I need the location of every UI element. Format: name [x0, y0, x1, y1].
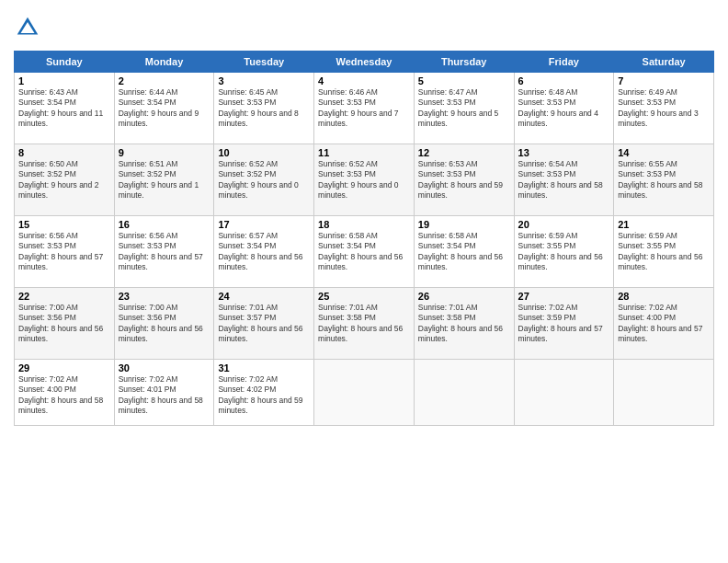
day-info: Sunrise: 6:59 AMSunset: 3:55 PMDaylight:…: [518, 231, 610, 273]
day-number: 1: [18, 75, 110, 86]
day-cell: 12 Sunrise: 6:53 AMSunset: 3:53 PMDaylig…: [414, 144, 514, 216]
day-cell: 31 Sunrise: 7:02 AMSunset: 4:02 PMDaylig…: [214, 360, 314, 426]
day-number: 24: [218, 291, 310, 302]
day-cell: 30 Sunrise: 7:02 AMSunset: 4:01 PMDaylig…: [114, 360, 214, 426]
col-header-monday: Monday: [114, 52, 214, 73]
day-info: Sunrise: 6:49 AMSunset: 3:53 PMDaylight:…: [618, 87, 710, 130]
day-info: Sunrise: 6:58 AMSunset: 3:54 PMDaylight:…: [318, 231, 410, 273]
day-cell: 24 Sunrise: 7:01 AMSunset: 3:57 PMDaylig…: [214, 288, 314, 360]
day-info: Sunrise: 7:00 AMSunset: 3:56 PMDaylight:…: [18, 303, 110, 345]
day-cell: 27 Sunrise: 7:02 AMSunset: 3:59 PMDaylig…: [514, 288, 614, 360]
day-number: 8: [18, 147, 110, 158]
day-number: 7: [618, 75, 710, 86]
calendar-header-row: SundayMondayTuesdayWednesdayThursdayFrid…: [15, 52, 714, 73]
day-info: Sunrise: 7:02 AMSunset: 4:02 PMDaylight:…: [218, 374, 310, 417]
day-number: 15: [18, 219, 110, 230]
day-info: Sunrise: 6:44 AMSunset: 3:54 PMDaylight:…: [119, 87, 210, 130]
day-info: Sunrise: 6:46 AMSunset: 3:53 PMDaylight:…: [318, 87, 410, 130]
day-number: 21: [618, 219, 710, 230]
day-info: Sunrise: 6:58 AMSunset: 3:54 PMDaylight:…: [418, 231, 510, 273]
day-number: 20: [518, 219, 610, 230]
day-info: Sunrise: 7:02 AMSunset: 4:00 PMDaylight:…: [18, 374, 110, 417]
col-header-tuesday: Tuesday: [214, 52, 314, 73]
day-number: 11: [318, 147, 410, 158]
calendar-table: SundayMondayTuesdayWednesdayThursdayFrid…: [14, 51, 714, 426]
day-cell: 20 Sunrise: 6:59 AMSunset: 3:55 PMDaylig…: [514, 216, 614, 288]
day-cell: 14 Sunrise: 6:55 AMSunset: 3:53 PMDaylig…: [614, 144, 714, 216]
day-number: 19: [418, 219, 510, 230]
day-cell: 17 Sunrise: 6:57 AMSunset: 3:54 PMDaylig…: [214, 216, 314, 288]
day-info: Sunrise: 7:00 AMSunset: 3:56 PMDaylight:…: [119, 303, 210, 345]
day-number: 28: [618, 291, 710, 302]
day-number: 13: [518, 147, 610, 158]
day-info: Sunrise: 6:59 AMSunset: 3:55 PMDaylight:…: [618, 231, 710, 273]
day-number: 23: [119, 291, 210, 302]
page: SundayMondayTuesdayWednesdayThursdayFrid…: [0, 0, 728, 563]
header: [14, 14, 714, 41]
week-row-3: 15 Sunrise: 6:56 AMSunset: 3:53 PMDaylig…: [15, 216, 714, 288]
logo: [14, 14, 46, 41]
day-cell: 10 Sunrise: 6:52 AMSunset: 3:52 PMDaylig…: [214, 144, 314, 216]
day-info: Sunrise: 6:54 AMSunset: 3:53 PMDaylight:…: [518, 159, 610, 201]
day-info: Sunrise: 6:55 AMSunset: 3:53 PMDaylight:…: [618, 159, 710, 201]
day-cell: 18 Sunrise: 6:58 AMSunset: 3:54 PMDaylig…: [314, 216, 415, 288]
day-cell: 16 Sunrise: 6:56 AMSunset: 3:53 PMDaylig…: [114, 216, 214, 288]
day-cell: 2 Sunrise: 6:44 AMSunset: 3:54 PMDayligh…: [114, 73, 214, 144]
week-row-5: 29 Sunrise: 7:02 AMSunset: 4:00 PMDaylig…: [15, 360, 714, 426]
day-info: Sunrise: 6:43 AMSunset: 3:54 PMDaylight:…: [18, 87, 110, 130]
day-cell: 26 Sunrise: 7:01 AMSunset: 3:58 PMDaylig…: [414, 288, 514, 360]
day-info: Sunrise: 6:57 AMSunset: 3:54 PMDaylight:…: [218, 231, 310, 273]
day-cell: 19 Sunrise: 6:58 AMSunset: 3:54 PMDaylig…: [414, 216, 514, 288]
day-number: 18: [318, 219, 410, 230]
day-info: Sunrise: 6:56 AMSunset: 3:53 PMDaylight:…: [18, 231, 110, 273]
day-number: 10: [218, 147, 310, 158]
day-number: 12: [418, 147, 510, 158]
day-cell: 29 Sunrise: 7:02 AMSunset: 4:00 PMDaylig…: [15, 360, 115, 426]
day-number: 31: [218, 362, 310, 373]
day-number: 17: [218, 219, 310, 230]
day-info: Sunrise: 7:01 AMSunset: 3:58 PMDaylight:…: [318, 303, 410, 345]
logo-icon: [14, 14, 41, 41]
day-cell: 6 Sunrise: 6:48 AMSunset: 3:53 PMDayligh…: [514, 73, 614, 144]
day-info: Sunrise: 7:01 AMSunset: 3:57 PMDaylight:…: [218, 303, 310, 345]
day-cell: 11 Sunrise: 6:52 AMSunset: 3:53 PMDaylig…: [314, 144, 415, 216]
day-number: 25: [318, 291, 410, 302]
day-number: 2: [119, 75, 210, 86]
day-info: Sunrise: 6:48 AMSunset: 3:53 PMDaylight:…: [518, 87, 610, 130]
day-info: Sunrise: 6:47 AMSunset: 3:53 PMDaylight:…: [418, 87, 510, 130]
day-number: 26: [418, 291, 510, 302]
day-cell: [314, 360, 415, 426]
day-cell: 25 Sunrise: 7:01 AMSunset: 3:58 PMDaylig…: [314, 288, 415, 360]
day-number: 6: [518, 75, 610, 86]
day-number: 9: [119, 147, 210, 158]
col-header-saturday: Saturday: [614, 52, 714, 73]
day-info: Sunrise: 7:02 AMSunset: 3:59 PMDaylight:…: [518, 303, 610, 345]
week-row-1: 1 Sunrise: 6:43 AMSunset: 3:54 PMDayligh…: [15, 73, 714, 144]
col-header-wednesday: Wednesday: [314, 52, 415, 73]
day-cell: 15 Sunrise: 6:56 AMSunset: 3:53 PMDaylig…: [15, 216, 115, 288]
day-info: Sunrise: 6:52 AMSunset: 3:53 PMDaylight:…: [318, 159, 410, 201]
day-cell: 4 Sunrise: 6:46 AMSunset: 3:53 PMDayligh…: [314, 73, 415, 144]
col-header-thursday: Thursday: [414, 52, 514, 73]
day-cell: 1 Sunrise: 6:43 AMSunset: 3:54 PMDayligh…: [15, 73, 115, 144]
day-number: 5: [418, 75, 510, 86]
day-info: Sunrise: 6:56 AMSunset: 3:53 PMDaylight:…: [119, 231, 210, 273]
day-cell: [614, 360, 714, 426]
day-number: 3: [218, 75, 310, 86]
day-number: 29: [18, 362, 110, 373]
day-info: Sunrise: 7:02 AMSunset: 4:01 PMDaylight:…: [119, 374, 210, 417]
day-info: Sunrise: 6:45 AMSunset: 3:53 PMDaylight:…: [218, 87, 310, 130]
day-cell: 23 Sunrise: 7:00 AMSunset: 3:56 PMDaylig…: [114, 288, 214, 360]
day-cell: 8 Sunrise: 6:50 AMSunset: 3:52 PMDayligh…: [15, 144, 115, 216]
day-number: 14: [618, 147, 710, 158]
col-header-sunday: Sunday: [15, 52, 115, 73]
day-cell: [414, 360, 514, 426]
day-cell: 21 Sunrise: 6:59 AMSunset: 3:55 PMDaylig…: [614, 216, 714, 288]
day-number: 4: [318, 75, 410, 86]
day-cell: 22 Sunrise: 7:00 AMSunset: 3:56 PMDaylig…: [15, 288, 115, 360]
day-number: 16: [119, 219, 210, 230]
week-row-2: 8 Sunrise: 6:50 AMSunset: 3:52 PMDayligh…: [15, 144, 714, 216]
day-info: Sunrise: 6:51 AMSunset: 3:52 PMDaylight:…: [119, 159, 210, 201]
day-number: 22: [18, 291, 110, 302]
day-cell: 5 Sunrise: 6:47 AMSunset: 3:53 PMDayligh…: [414, 73, 514, 144]
